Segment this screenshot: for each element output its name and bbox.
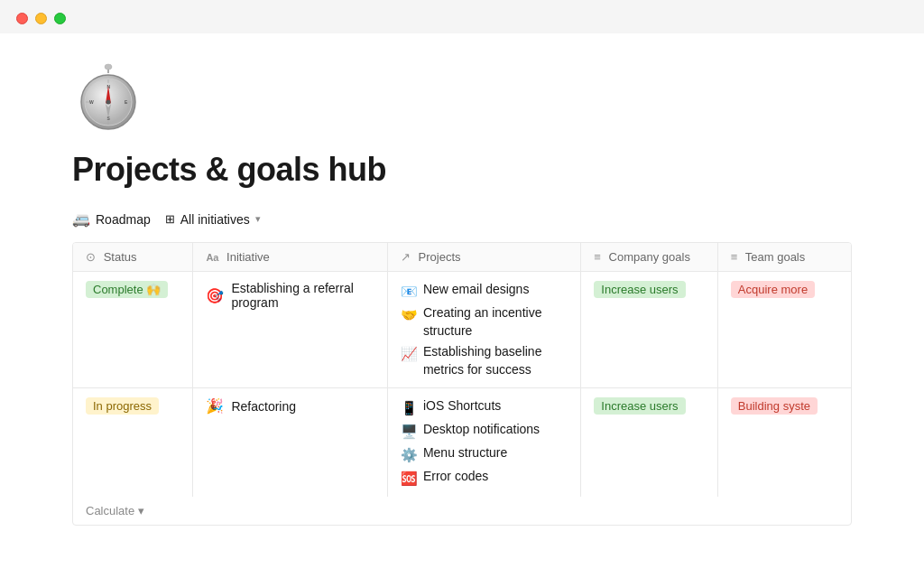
calculate-cell: Calculate ▾ — [73, 497, 851, 525]
project-icon: 📧 — [401, 282, 418, 301]
table-footer-row: Calculate ▾ — [73, 497, 851, 525]
page-title: Projects & goals hub — [72, 151, 852, 189]
projects-cell: 📧New email designs🤝Creating an incentive… — [387, 272, 580, 388]
table-row: Complete 🙌🎯Establishing a referral progr… — [73, 272, 851, 388]
col-header-initiative: Aa Initiative — [193, 243, 387, 272]
team-goals-badge: Acquire more — [731, 281, 815, 298]
list-item: 🖥️Desktop notifications — [401, 421, 568, 441]
initiative-icon: 🎯 — [206, 287, 224, 304]
initiative-cell: 🎯Establishing a referral program — [193, 272, 387, 388]
project-label: Establishing baseline metrics for succes… — [423, 343, 568, 378]
filter-label: All initiatives — [180, 212, 250, 227]
filter-dropdown-arrow: ▾ — [255, 213, 261, 225]
projects-cell: 📱iOS Shortcuts🖥️Desktop notifications⚙️M… — [387, 388, 580, 498]
project-icon: 🆘 — [401, 469, 418, 488]
maximize-button[interactable] — [54, 13, 66, 24]
initiative-cell: 🎉Refactoring — [193, 388, 387, 498]
project-label: Error codes — [423, 468, 488, 486]
logo-area: N S E W — [72, 61, 852, 136]
status-cell: Complete 🙌 — [73, 272, 193, 388]
initiatives-table: ⊙ Status Aa Initiative ↗ Projects ≡ Comp… — [72, 242, 852, 526]
initiative-icon: 🎉 — [206, 397, 224, 415]
project-label: Menu structure — [423, 444, 507, 462]
projects-col-icon: ↗ — [401, 250, 411, 264]
company-goals-col-icon: ≡ — [594, 250, 601, 264]
table-header-row: ⊙ Status Aa Initiative ↗ Projects ≡ Comp… — [73, 243, 851, 272]
list-item: 📈Establishing baseline metrics for succe… — [401, 343, 568, 378]
filter-grid-icon: ⊞ — [165, 212, 175, 226]
svg-point-0 — [105, 64, 112, 70]
title-bar — [0, 0, 924, 33]
calculate-dropdown-arrow: ▾ — [138, 504, 144, 517]
status-badge: In progress — [86, 397, 159, 415]
project-label: Creating an incentive structure — [423, 304, 568, 340]
company-goals-cell: Increase users — [581, 272, 717, 388]
team-goals-cell: Building syste — [717, 388, 851, 498]
roadmap-label: Roadmap — [96, 212, 151, 227]
project-icon: 📈 — [401, 344, 418, 363]
list-item: 📧New email designs — [401, 281, 568, 301]
compass-icon: N S E W — [72, 61, 144, 133]
list-item: ⚙️Menu structure — [401, 444, 568, 464]
list-item: 📱iOS Shortcuts — [401, 397, 568, 417]
all-initiatives-filter[interactable]: ⊞ All initiatives ▾ — [165, 212, 261, 227]
project-label: iOS Shortcuts — [423, 397, 501, 415]
roadmap-icon: 🚐 — [72, 210, 90, 228]
status-cell: In progress — [73, 388, 193, 498]
table-row: In progress🎉Refactoring📱iOS Shortcuts🖥️D… — [73, 388, 851, 498]
team-goals-col-icon: ≡ — [731, 250, 738, 264]
calculate-button[interactable]: Calculate ▾ — [86, 504, 838, 517]
calculate-label: Calculate — [86, 504, 134, 517]
svg-text:W: W — [89, 99, 94, 105]
toolbar: 🚐 Roadmap ⊞ All initiatives ▾ — [72, 210, 852, 228]
initiative-text: Refactoring — [231, 399, 296, 414]
status-col-icon: ⊙ — [86, 250, 96, 264]
team-goals-cell: Acquire more — [717, 272, 851, 388]
close-button[interactable] — [16, 13, 28, 24]
list-item: 🤝Creating an incentive structure — [401, 304, 568, 340]
project-icon: ⚙️ — [401, 445, 418, 464]
svg-point-14 — [106, 100, 111, 105]
minimize-button[interactable] — [35, 13, 47, 24]
col-header-status: ⊙ Status — [73, 243, 193, 272]
col-header-projects: ↗ Projects — [387, 243, 580, 272]
roadmap-view-button[interactable]: 🚐 Roadmap — [72, 210, 151, 228]
initiative-text: Establishing a referral program — [231, 281, 374, 310]
svg-text:N: N — [107, 84, 111, 89]
project-icon: 🖥️ — [401, 422, 418, 441]
page-content: N S E W Projects & goals hub 🚐 Roadmap ⊞… — [0, 33, 924, 573]
company-goals-badge: Increase users — [594, 397, 685, 415]
company-goals-badge: Increase users — [594, 281, 685, 298]
col-header-team-goals: ≡ Team goals — [717, 243, 851, 272]
project-icon: 📱 — [401, 398, 418, 417]
initiative-col-icon: Aa — [206, 252, 218, 263]
col-header-company-goals: ≡ Company goals — [581, 243, 717, 272]
team-goals-badge: Building syste — [731, 397, 818, 415]
list-item: 🆘Error codes — [401, 468, 568, 488]
company-goals-cell: Increase users — [581, 388, 717, 498]
project-label: Desktop notifications — [423, 421, 540, 439]
status-badge: Complete 🙌 — [86, 281, 168, 298]
project-icon: 🤝 — [401, 305, 418, 324]
project-label: New email designs — [423, 281, 530, 299]
